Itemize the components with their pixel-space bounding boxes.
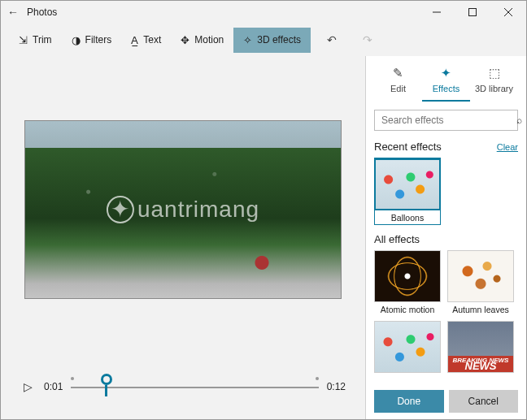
sparkle-icon: ✧ xyxy=(243,34,252,46)
leaves-thumb xyxy=(447,250,514,302)
atomic-thumb xyxy=(374,250,441,302)
play-button[interactable]: ▷ xyxy=(20,377,36,396)
motion-icon: ✥ xyxy=(181,34,189,46)
filters-icon: ◑ xyxy=(72,34,81,46)
pencil-icon: ✎ xyxy=(393,66,403,80)
motion-button[interactable]: ✥Motion xyxy=(171,28,233,53)
tab-effects[interactable]: ✦Effects xyxy=(422,61,470,102)
close-button[interactable] xyxy=(490,1,526,24)
text-button[interactable]: A̲Text xyxy=(121,28,171,53)
minimize-button[interactable] xyxy=(419,1,455,24)
breaking-thumb xyxy=(447,321,514,373)
filters-button[interactable]: ◑Filters xyxy=(62,28,122,53)
main-area: ✦ uantrimang ▷ 0:01 0:12 xyxy=(1,56,365,419)
all-effects-title: All effects xyxy=(374,233,420,245)
tab-3d-library[interactable]: ⬚3D library xyxy=(470,61,518,102)
trim-icon: ⇲ xyxy=(19,34,28,46)
recent-effects-title: Recent effects xyxy=(374,141,442,153)
current-time: 0:01 xyxy=(44,381,63,392)
redo-button[interactable]: ↷ xyxy=(353,25,382,54)
effect-label: Autumn leaves xyxy=(452,305,508,314)
motion-label: Motion xyxy=(194,34,224,45)
balloons-thumb xyxy=(374,158,441,210)
title-bar: ← Photos xyxy=(1,1,526,24)
search-input[interactable] xyxy=(375,115,510,126)
text-icon: A̲ xyxy=(131,34,138,46)
toolbar: ⇲Trim ◑Filters A̲Text ✥Motion ✧3D effect… xyxy=(1,24,526,56)
svg-rect-1 xyxy=(469,9,477,16)
effects-icon: ✦ xyxy=(441,66,451,80)
cube-icon: ⬚ xyxy=(489,66,500,80)
effect-label: Atomic motion xyxy=(381,305,435,314)
timeline-track[interactable] xyxy=(71,379,318,395)
effect-label: Balloons xyxy=(391,213,424,223)
search-icon[interactable]: ⌕ xyxy=(510,115,527,126)
effect-balloons[interactable]: Balloons xyxy=(374,158,441,225)
maximize-button[interactable] xyxy=(455,1,490,24)
3d-effects-label: 3D effects xyxy=(257,34,301,45)
search-box[interactable]: ⌕ xyxy=(374,110,518,131)
filters-label: Filters xyxy=(85,34,112,45)
done-button[interactable]: Done xyxy=(374,390,444,413)
effect-breaking-news[interactable] xyxy=(447,321,514,373)
video-preview[interactable]: ✦ uantrimang xyxy=(24,120,342,299)
trim-button[interactable]: ⇲Trim xyxy=(9,28,62,53)
balloons-thumb xyxy=(374,321,441,373)
bulb-icon: ✦ xyxy=(107,196,134,223)
text-label: Text xyxy=(143,34,161,45)
effects-panel: ✎Edit ✦Effects ⬚3D library ⌕ Recent effe… xyxy=(365,56,526,419)
watermark: ✦ uantrimang xyxy=(107,196,259,223)
trim-label: Trim xyxy=(33,34,52,45)
effect-atomic-motion[interactable]: Atomic motion xyxy=(374,250,441,314)
clear-link[interactable]: Clear xyxy=(497,142,518,152)
window-title: Photos xyxy=(25,6,419,18)
3d-effects-button[interactable]: ✧3D effects xyxy=(233,28,311,53)
undo-button[interactable]: ↶ xyxy=(317,25,346,54)
playhead[interactable] xyxy=(101,374,112,385)
timeline: ▷ 0:01 0:12 xyxy=(15,362,351,419)
effect-autumn-leaves[interactable]: Autumn leaves xyxy=(447,250,514,314)
cancel-button[interactable]: Cancel xyxy=(449,390,519,413)
tab-edit[interactable]: ✎Edit xyxy=(374,61,422,102)
back-button[interactable]: ← xyxy=(1,6,25,19)
total-time: 0:12 xyxy=(327,381,346,392)
effect-balloons-all[interactable] xyxy=(374,321,441,373)
